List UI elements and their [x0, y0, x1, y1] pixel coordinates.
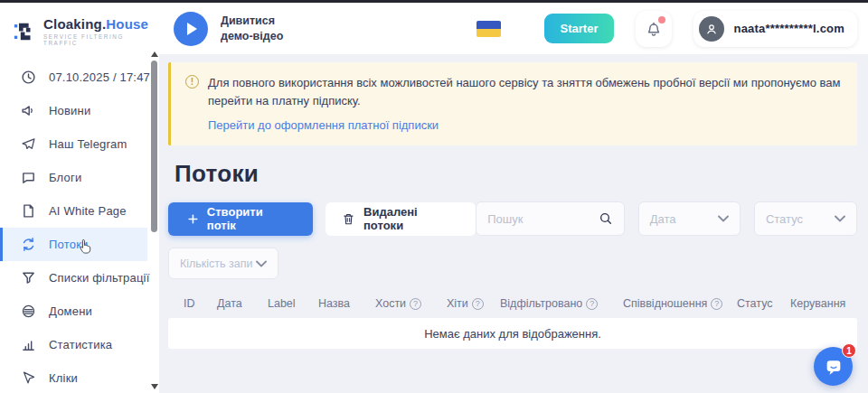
ukraine-flag-icon[interactable]: [476, 21, 501, 37]
scroll-up-arrow[interactable]: [151, 51, 158, 57]
trial-banner: ! Для повного використання всіх можливос…: [168, 62, 857, 145]
page-title: Потоки: [175, 160, 857, 188]
notification-dot: [658, 16, 665, 23]
sidebar-item-label: Новини: [49, 104, 90, 117]
chat-unread-badge: 1: [842, 343, 856, 358]
column-header-status[interactable]: Статус: [737, 297, 790, 310]
flows-icon: [21, 237, 36, 252]
create-flow-label: Створити потік: [207, 205, 294, 232]
sidebar-item-label: Наш Telegram: [49, 137, 127, 151]
scroll-down-arrow[interactable]: [151, 384, 158, 389]
column-header-hits[interactable]: Хіти?: [447, 297, 500, 310]
main-area: Дивитися демо-відео Starter naata*******…: [159, 3, 868, 393]
sidebar-item-label: AI White Page: [49, 204, 127, 218]
demo-video-label[interactable]: Дивитися демо-відео: [221, 14, 297, 43]
user-menu[interactable]: naata**********l.com: [693, 11, 857, 47]
deleted-flows-label: Видалені потоки: [363, 205, 459, 232]
brand-dark: Cloaking.: [43, 16, 106, 32]
search-icon[interactable]: [599, 211, 613, 226]
megaphone-icon: [21, 103, 36, 118]
mouse-hand-cursor: [76, 237, 96, 257]
sidebar-item-label: Списки фільтрації: [49, 271, 149, 285]
deleted-flows-button[interactable]: Видалені потоки: [326, 202, 476, 236]
column-header-name[interactable]: Назва: [318, 297, 375, 310]
help-icon[interactable]: ?: [472, 298, 484, 310]
cursor-icon: [21, 370, 36, 386]
topbar: Дивитися демо-відео Starter naata*******…: [159, 3, 868, 54]
sidebar-item-label: Домени: [49, 304, 92, 318]
status-filter-label: Статус: [766, 212, 803, 226]
banner-message: Для повного використання всіх можливосте…: [208, 74, 843, 109]
person-icon: [703, 21, 720, 37]
clock-icon: [21, 70, 36, 85]
logo-mark-icon: [13, 20, 36, 43]
sidebar: Cloaking.House SERVICE FILTERING TRAFFIC…: [0, 3, 159, 393]
stats-icon: [21, 337, 36, 352]
sidebar-item-filter-lists[interactable]: Списки фільтрації: [0, 261, 159, 295]
sidebar-item-telegram[interactable]: Наш Telegram: [0, 127, 159, 161]
column-header-filtered[interactable]: Відфільтровано?: [500, 297, 623, 310]
sidebar-item-label: 07.10.2025 / 17:47: [49, 70, 150, 84]
chat-bubble-icon: [21, 170, 36, 185]
plan-badge[interactable]: Starter: [544, 14, 615, 43]
telegram-icon: [21, 136, 36, 152]
sidebar-item-ai-white-page[interactable]: AI White Page: [0, 194, 159, 228]
table-header-row: ID Дата Label Назва Хости? Хіти? Відфіль…: [168, 297, 857, 310]
warning-icon: !: [185, 75, 199, 89]
table-empty-state: Немає даних для відображення.: [168, 318, 857, 349]
empty-state-text: Немає даних для відображення.: [424, 327, 601, 341]
filter-icon: [21, 270, 36, 285]
column-header-hosts[interactable]: Хости?: [375, 297, 447, 310]
sidebar-item-statistics[interactable]: Статистика: [0, 328, 159, 361]
document-icon: [21, 203, 36, 219]
column-header-ratio[interactable]: Співвідношення?: [623, 297, 737, 310]
column-header-actions[interactable]: Керування: [790, 297, 863, 310]
domains-icon: [21, 304, 36, 319]
chevron-down-icon: [835, 215, 845, 222]
notifications-button[interactable]: [636, 11, 672, 47]
sidebar-item-flows[interactable]: Потоки: [0, 228, 147, 261]
sidebar-item-domains[interactable]: Домени: [0, 295, 159, 328]
column-header-date[interactable]: Дата: [217, 297, 268, 310]
sidebar-item-label: Кліки: [49, 371, 78, 385]
logo-text: Cloaking.House SERVICE FILTERING TRAFFIC: [43, 16, 159, 46]
sidebar-item-label: Статистика: [49, 338, 112, 351]
window-top-edge: [0, 0, 868, 3]
content: ! Для повного використання всіх можливос…: [159, 54, 868, 349]
create-flow-button[interactable]: Створити потік: [168, 202, 313, 236]
column-header-label[interactable]: Label: [268, 297, 318, 310]
brand-accent: House: [106, 16, 148, 32]
sidebar-item-news[interactable]: Новини: [0, 94, 159, 127]
date-filter-label: Дата: [650, 212, 676, 226]
sidebar-nav: 07.10.2025 / 17:47 Новини Наш Telegram Б…: [0, 61, 159, 393]
sidebar-item-blogs[interactable]: Блоги: [0, 161, 159, 194]
search-field[interactable]: [476, 201, 625, 236]
logo[interactable]: Cloaking.House SERVICE FILTERING TRAFFIC: [0, 3, 159, 46]
per-page-label: Кількість запи: [180, 257, 254, 270]
subscribe-link[interactable]: Перейти до оформлення платної підписки: [208, 118, 439, 132]
scrollbar-thumb[interactable]: [151, 61, 157, 232]
plus-icon: [187, 213, 199, 225]
user-email: naata**********l.com: [733, 22, 844, 35]
help-icon[interactable]: ?: [410, 298, 421, 310]
per-page-dropdown[interactable]: Кількість запи: [168, 248, 278, 279]
chat-widget-button[interactable]: 1: [814, 347, 853, 386]
date-filter-dropdown[interactable]: Дата: [638, 201, 741, 236]
logo-tagline: SERVICE FILTERING TRAFFIC: [43, 33, 159, 46]
sidebar-item-label: Блоги: [49, 171, 81, 184]
per-page-row: Кількість запи: [168, 248, 857, 279]
status-filter-dropdown[interactable]: Статус: [754, 201, 857, 236]
play-demo-button[interactable]: [174, 12, 208, 46]
search-input[interactable]: [487, 212, 587, 226]
help-icon[interactable]: ?: [711, 298, 722, 310]
column-header-id[interactable]: ID: [168, 297, 217, 310]
chevron-down-icon: [256, 260, 267, 267]
chat-icon: [824, 357, 844, 377]
controls-row: Створити потік Видалені потоки Дата Стат…: [168, 201, 857, 236]
sidebar-scrollbar[interactable]: [150, 50, 157, 391]
chevron-down-icon: [718, 215, 729, 222]
sidebar-item-date[interactable]: 07.10.2025 / 17:47: [0, 61, 159, 94]
help-icon[interactable]: ?: [586, 298, 598, 310]
play-icon: [187, 23, 197, 35]
sidebar-item-clicks[interactable]: Кліки: [0, 361, 159, 393]
